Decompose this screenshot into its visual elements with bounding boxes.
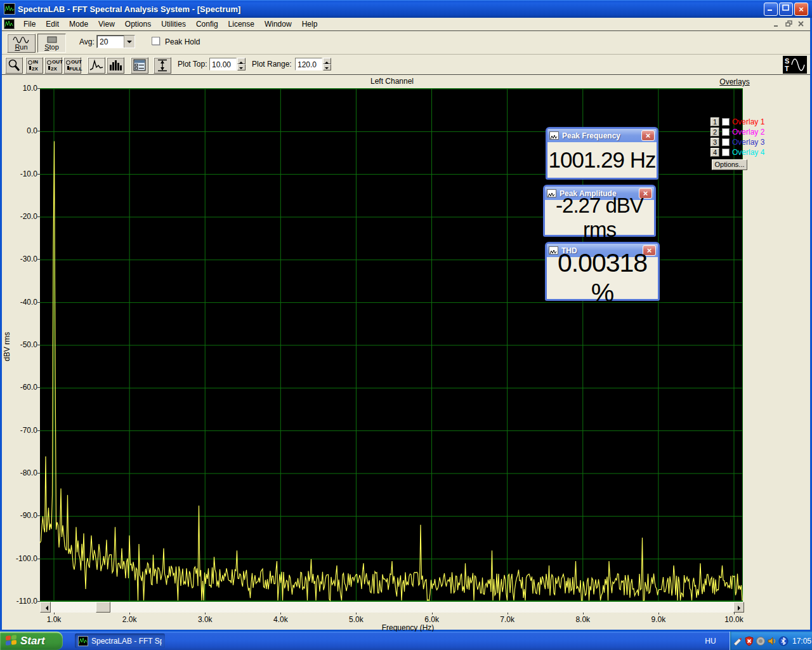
chevron-down-icon[interactable] (124, 36, 134, 48)
overlay-label: Overlay 3 (732, 138, 764, 147)
zoom-button[interactable] (5, 57, 23, 74)
y-tick-mark (37, 174, 40, 175)
y-tick-label: -60.0 (2, 383, 37, 392)
language-indicator[interactable]: HU (698, 632, 723, 650)
plot-range-spinner[interactable] (323, 58, 331, 70)
bluetooth-icon[interactable] (778, 636, 789, 646)
vertical-scale-button[interactable] (154, 57, 171, 74)
taskbar-app-button[interactable]: SpectraLAB - FFT Spe... (75, 633, 165, 648)
menu-utilities[interactable]: Utilities (156, 18, 191, 30)
menu-view[interactable]: View (93, 18, 120, 30)
y-tick-label: -110.0 (2, 597, 37, 606)
overlay-set-button[interactable]: 1 (710, 117, 719, 126)
overlay-on-checkbox[interactable] (722, 138, 730, 146)
display-options-button[interactable] (131, 57, 148, 74)
zoom-out-full-icon (66, 60, 70, 65)
menu-config[interactable]: Config (191, 18, 223, 30)
x-tick-label: 8.0k (567, 615, 599, 624)
readout-value: 1001.29 Hz (547, 142, 657, 178)
menu-help[interactable]: Help (297, 18, 323, 30)
y-tick-label: -10.0 (2, 169, 37, 178)
taskbar-clock: 17:05 (792, 637, 811, 646)
y-tick-label: -80.0 (2, 468, 37, 477)
spectrum-view-button[interactable] (88, 57, 105, 74)
plot-top-input[interactable]: 10.00 (209, 58, 237, 70)
overlay-on-checkbox[interactable] (722, 118, 730, 126)
child-close-icon[interactable] (796, 20, 806, 29)
transport-toolbar: Run Stop Avg: 20 Peak Hold (2, 32, 810, 54)
y-tick-label: -30.0 (2, 255, 37, 263)
menu-window[interactable]: Window (259, 18, 297, 30)
x-tick-label: 1.0k (38, 615, 70, 624)
menu-edit[interactable]: Edit (41, 18, 64, 30)
scroll-left-icon[interactable] (40, 602, 51, 613)
y-tick-mark (37, 216, 40, 217)
spectrum-curve-icon (89, 58, 104, 72)
child-minimize-icon[interactable] (772, 20, 782, 29)
spectrum-child-icon (4, 19, 15, 29)
overlay-on-checkbox[interactable] (722, 128, 730, 136)
child-restore-icon[interactable] (784, 20, 794, 29)
readout-title: Peak Frequency (562, 131, 641, 140)
zoom-in-2x-button[interactable]: IN 2X (25, 57, 43, 74)
menu-license[interactable]: License (223, 18, 259, 30)
zoom-out-full-button[interactable]: OUT FULL (63, 57, 81, 74)
x-tick-label: 5.0k (340, 615, 372, 624)
close-icon[interactable]: × (794, 3, 808, 16)
run-button[interactable]: Run (7, 34, 36, 53)
overlay-row: 3 Overlay 3 (710, 137, 764, 147)
peak-hold-checkbox[interactable] (152, 37, 160, 45)
x-tick-label: 7.0k (492, 615, 523, 624)
avg-select[interactable]: 20 (96, 35, 135, 48)
scroll-right-icon[interactable] (733, 602, 744, 613)
x-tick-label: 9.0k (643, 615, 674, 624)
plot-range-input[interactable]: 120.0 (295, 58, 322, 70)
volume-inactive-icon[interactable] (756, 636, 766, 646)
title-bar: SpectraLAB - FFT Spectral Analysis Syste… (0, 0, 812, 18)
readout-title-bar[interactable]: Peak Frequency × (547, 129, 657, 142)
close-icon[interactable]: × (641, 130, 655, 141)
y-tick-label: 0.0 (2, 126, 37, 135)
start-button[interactable]: Start (0, 632, 63, 650)
overlay-label: Overlay 4 (732, 148, 764, 157)
overlay-label: Overlay 2 (732, 128, 764, 136)
menu-options[interactable]: Options (120, 18, 156, 30)
y-tick-label: -40.0 (2, 298, 37, 307)
x-tick-label: 3.0k (189, 615, 221, 624)
pen-tablet-icon[interactable] (733, 636, 743, 646)
plot-toolbar: IN 2X OUT 2X OUT FULL (2, 54, 810, 75)
y-tick-mark (37, 473, 40, 474)
x-tick-label: 6.0k (416, 615, 448, 624)
maximize-icon[interactable] (779, 3, 793, 16)
plot-top-spinner[interactable] (237, 58, 246, 70)
speaker-icon[interactable] (767, 636, 777, 646)
zoom-out-2x-button[interactable]: OUT 2X (44, 57, 62, 74)
overlay-on-checkbox[interactable] (722, 149, 730, 156)
y-tick-label: 10.0 (2, 84, 37, 93)
overlay-set-button[interactable]: 2 (710, 128, 719, 136)
scrollbar-thumb[interactable] (96, 602, 110, 613)
x-tick-label: 2.0k (114, 615, 145, 624)
overlays-options-button[interactable]: Options... (712, 159, 747, 170)
menu-bar-items: FileEditModeViewOptionsUtilitiesConfigLi… (18, 18, 322, 30)
bar-view-button[interactable] (107, 57, 124, 74)
readout-peak-amplitude: Peak Amplitude × -2.27 dBV rms (543, 185, 656, 237)
app-icon (78, 636, 88, 646)
avg-label: Avg: (79, 37, 95, 46)
y-tick-label: -100.0 (2, 554, 37, 563)
bar-graph-icon (108, 58, 123, 72)
plot-title: Left Channel (256, 77, 528, 86)
overlay-set-button[interactable]: 3 (710, 138, 719, 147)
overlay-set-button[interactable]: 4 (710, 148, 719, 157)
y-tick-mark (37, 345, 40, 345)
menu-file[interactable]: File (18, 18, 41, 30)
plot-horizontal-scrollbar[interactable] (40, 602, 744, 613)
security-shield-icon[interactable] (744, 636, 754, 646)
y-tick-label: -70.0 (2, 426, 37, 435)
overlays-set-label: Set (707, 91, 715, 106)
y-tick-mark (37, 131, 40, 131)
minimize-icon[interactable] (764, 3, 778, 16)
stop-button[interactable]: Stop (37, 34, 66, 53)
menu-mode[interactable]: Mode (64, 18, 93, 30)
zoom-out-2x-icon (47, 60, 51, 65)
